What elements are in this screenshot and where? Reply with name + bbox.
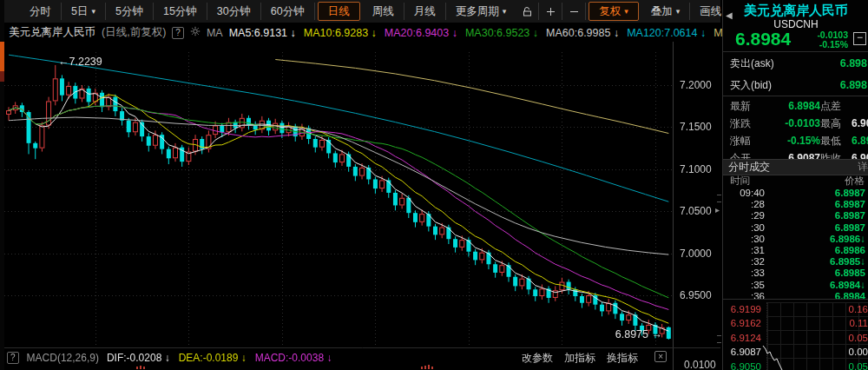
macd-help-icon[interactable]: ? (7, 352, 19, 364)
macd-close-icon[interactable]: × (654, 351, 667, 362)
macd-values-group: DIF:-0.0208 ↓DEA:-0.0189 ↓MACD:-0.0038 ↓ (107, 352, 332, 364)
splitter-grip[interactable] (717, 335, 721, 343)
overlay-button[interactable]: 叠加▾ (641, 3, 691, 20)
bid-value: 6.898 (840, 75, 867, 96)
quote-stat-row: 涨幅-0.15%最低6.897 (723, 132, 868, 149)
indicator-bar: 美元兑离岸人民币 (日线,前复权) ? MA MA5:6.9131 ↓MA10:… (4, 23, 720, 42)
trade-row: :286.8987 (723, 199, 868, 210)
price-column-header: 价格 (845, 175, 865, 187)
period-button-group: 分时5日▾5分钟15分钟30分钟60分钟日线周线月线更多周期▾ (20, 2, 516, 21)
macd-links-group: 改参数加指标换指标 (522, 351, 638, 366)
chart-mode-label: (日线,前复权) (102, 25, 166, 40)
divider (723, 51, 868, 52)
price-axis-label: 7.0000 (680, 248, 720, 260)
period-30min[interactable]: 30分钟 (207, 3, 261, 20)
candlestick-chart[interactable] (4, 42, 720, 370)
macd-name-label: MACD(12,26,9) (27, 352, 99, 364)
ma5-value: MA5:6.9131 ↓ (229, 27, 296, 39)
price-axis-label: 7.1000 (680, 163, 720, 175)
trade-row: 09:406.8987 (723, 188, 868, 199)
panel-symbol-title: 美元兑离岸人民币 (723, 3, 868, 19)
price-change: -0.0103 -0.15% (817, 30, 848, 50)
macd-link-2[interactable]: 换指标 (607, 351, 638, 366)
adjust-mode-button[interactable]: 复权▾ (589, 2, 639, 21)
ma60-value: MA60:6.9985 ↓ (546, 27, 619, 39)
dea-value: DEA:-0.0189 ↓ (179, 352, 247, 364)
ma-group-label: MA (207, 27, 223, 39)
panel-collapse-handle[interactable]: ▸ (715, 205, 720, 215)
trading-app-window: 分时5日▾5分钟15分钟30分钟60分钟日线周线月线更多周期▾ 复权▾叠加▾画线… (0, 0, 868, 370)
change-percent: -0.15% (817, 40, 848, 50)
trade-row: :306.8987 (723, 222, 868, 234)
price-axis-label: 6.9500 (680, 289, 720, 301)
mini-intraday-chart: 6.91996.91626.91246.90876.9050 0.160.110… (723, 301, 868, 370)
ma10-value: MA10:6.9283 ↓ (304, 27, 377, 39)
divider (723, 96, 868, 96)
macd-value: MACD:-0.0038 ↓ (255, 352, 332, 364)
help-icon[interactable]: ? (172, 27, 184, 39)
main-chart-area: 7.20007.15007.10007.05007.00006.9500 ←7.… (4, 42, 720, 370)
tick-section-more-link[interactable]: 详 (858, 160, 868, 175)
divider (723, 299, 868, 300)
period-5min[interactable]: 5分钟 (106, 3, 154, 20)
price-axis-label: 7.0500 (680, 205, 720, 217)
intraday-price-line (723, 301, 868, 370)
ma20-value: MA20:6.9403 ↓ (385, 27, 457, 39)
quote-stat-row: 涨跌-0.0103最高6.908 (723, 115, 868, 132)
period-toolbar: 分时5日▾5分钟15分钟30分钟60分钟日线周线月线更多周期▾ 复权▾叠加▾画线… (4, 0, 720, 23)
period-time-share[interactable]: 分时 (20, 3, 62, 20)
trade-row: :336.8985 (723, 268, 868, 279)
ma120-value: MA120:7.0614 ↓ (627, 27, 706, 39)
gear-icon[interactable] (190, 26, 201, 39)
symbol-name: 美元兑离岸人民币 (9, 25, 95, 40)
zoom-out-icon[interactable] (562, 3, 586, 20)
low-price-annotation: 6.8975 → (567, 328, 662, 340)
price-axis-label: 7.1500 (680, 121, 720, 133)
period-monthly[interactable]: 月线 (404, 3, 446, 20)
quote-stats-grid: 最新6.8984点差涨跌-0.0103最高6.908涨幅-0.15%最低6.89… (723, 97, 868, 167)
trade-row: :326.8985↓ (723, 256, 868, 268)
bid-label: 买入(bid) (730, 75, 772, 96)
trade-row: :356.8984↓ (723, 280, 868, 291)
time-column-header: 时间 (730, 175, 750, 187)
macd-link-0[interactable]: 改参数 (522, 351, 553, 366)
trade-row: :296.8987 (723, 210, 868, 221)
period-60min[interactable]: 60分钟 (261, 3, 315, 20)
tick-section-title: 分时成交 (728, 160, 770, 175)
ask-label: 卖出(ask) (730, 53, 774, 74)
trade-row: :316.8986 (723, 245, 868, 256)
period-15min[interactable]: 15分钟 (154, 3, 207, 20)
price-axis-label: 7.2000 (680, 79, 720, 91)
splitter-grip[interactable] (717, 195, 721, 202)
tick-section-header: 分时成交 详 (723, 159, 868, 175)
ask-value: 6.898 (840, 53, 867, 74)
period-daily[interactable]: 日线 (318, 2, 360, 21)
macd-link-1[interactable]: 加指标 (564, 351, 595, 366)
period-weekly[interactable]: 周线 (363, 3, 404, 20)
macd-indicator-bar: ? MACD(12,26,9) DIF:-0.0208 ↓DEA:-0.0189… (4, 350, 720, 366)
period-5day[interactable]: 5日▾ (62, 3, 106, 20)
lock-icon[interactable] (516, 3, 539, 20)
trade-row: :306.8986↓ (723, 234, 868, 245)
zoom-in-icon[interactable] (539, 3, 562, 20)
tick-trade-list: 09:406.8987:286.8987:296.8987:306.8987:3… (723, 188, 868, 302)
tick-table-header: 时间 价格 (723, 175, 868, 187)
bid-row: 买入(bid) 6.898 (723, 75, 868, 96)
panel-minimize-icon[interactable]: − (853, 32, 866, 45)
quote-stat-row: 最新6.8984点差 (723, 97, 868, 115)
macd-axis-label: 0.0100 (684, 359, 716, 370)
ma-values-group: MA5:6.9131 ↓MA10:6.9283 ↓MA20:6.9403 ↓MA… (229, 27, 785, 39)
ma30-value: MA30:6.9523 ↓ (465, 27, 538, 39)
high-price-annotation: ←7.2239 (58, 56, 102, 68)
quote-panel: ◀ 美元兑离岸人民币 USDCNH 6.8984 -0.0103 -0.15% … (722, 0, 868, 370)
ask-row: 卖出(ask) 6.898 (723, 53, 868, 74)
dif-value: DIF:-0.0208 ↓ (107, 352, 170, 364)
last-price: 6.8984 (735, 29, 791, 50)
more-periods-menu[interactable]: 更多周期▾ (446, 3, 516, 20)
